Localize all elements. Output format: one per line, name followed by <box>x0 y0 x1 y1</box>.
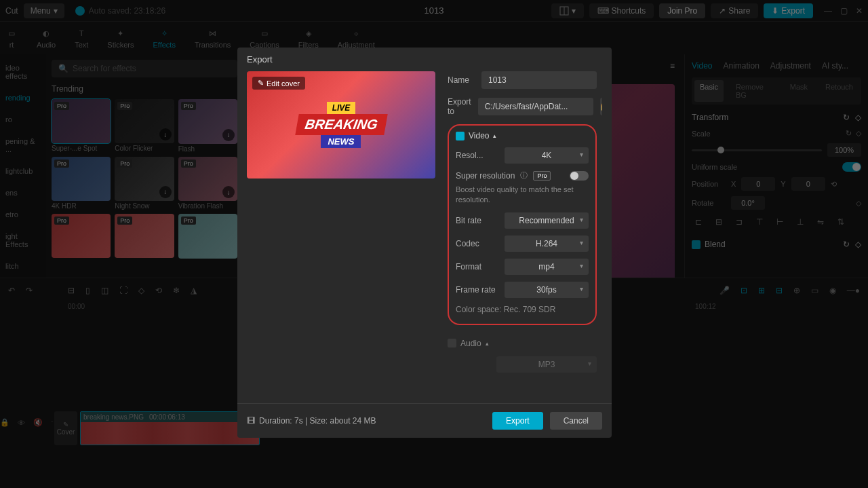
modal-body: ✎Edit cover LIVE BREAKING NEWS Name Expo… <box>237 71 612 403</box>
export-confirm-button[interactable]: Export <box>492 412 543 430</box>
pencil-icon: ✎ <box>258 79 264 88</box>
format-row: Format mp4 <box>456 259 589 275</box>
edit-cover-button[interactable]: ✎Edit cover <box>252 77 305 90</box>
folder-icon: 📁 <box>600 102 602 111</box>
edit-cover-label: Edit cover <box>267 79 300 88</box>
bitrate-select[interactable]: Recommended <box>505 212 589 229</box>
pro-badge: Pro <box>533 171 551 181</box>
super-res-toggle[interactable] <box>570 171 589 181</box>
bitrate-label: Bit rate <box>456 216 498 225</box>
film-icon: 🎞 <box>247 416 255 426</box>
format-select[interactable]: mp4 <box>505 259 589 275</box>
audio-header: Audio ▴ <box>448 339 597 348</box>
chevron-up-icon[interactable]: ▴ <box>493 132 496 139</box>
video-checkbox[interactable] <box>456 132 465 140</box>
info-icon[interactable]: ⓘ <box>520 170 528 181</box>
cover-preview[interactable]: ✎Edit cover LIVE BREAKING NEWS <box>247 71 435 179</box>
export-modal: Export ✎Edit cover LIVE BREAKING NEWS Na… <box>237 48 612 438</box>
duration-text: Duration: 7s | Size: about 24 MB <box>259 416 376 426</box>
super-res-description: Boost video quality to match the set res… <box>456 185 589 206</box>
chevron-up-icon[interactable]: ▴ <box>486 340 489 347</box>
modal-footer: 🎞 Duration: 7s | Size: about 24 MB Expor… <box>237 403 612 438</box>
duration-info: 🎞 Duration: 7s | Size: about 24 MB <box>247 416 376 426</box>
bitrate-row: Bit rate Recommended <box>456 212 589 229</box>
breaking-news-graphic: LIVE BREAKING NEWS <box>297 102 386 148</box>
framerate-label: Frame rate <box>456 285 498 295</box>
audio-format-select[interactable]: MP3 <box>496 356 597 373</box>
color-space-info: Color space: Rec. 709 SDR <box>456 305 589 314</box>
news-text: NEWS <box>321 135 361 148</box>
audio-checkbox[interactable] <box>448 339 456 348</box>
codec-select[interactable]: H.264 <box>505 236 589 252</box>
audio-format-row: MP3 <box>448 356 597 373</box>
modal-title: Export <box>237 48 612 71</box>
resolution-select[interactable]: 4K <box>505 147 589 164</box>
export-preview: ✎Edit cover LIVE BREAKING NEWS <box>247 71 435 403</box>
export-settings: Name Export to 📁 Video ▴ Resol... 4K <box>448 71 602 403</box>
breaking-text: BREAKING <box>295 114 387 135</box>
audio-label: Audio <box>460 339 481 348</box>
cancel-button[interactable]: Cancel <box>550 412 602 430</box>
video-header: Video ▴ <box>456 131 589 140</box>
live-badge: LIVE <box>327 102 356 114</box>
browse-folder-button[interactable]: 📁 <box>600 98 602 115</box>
export-to-row: Export to 📁 <box>448 97 597 116</box>
name-row: Name <box>448 71 597 89</box>
export-path-input[interactable] <box>478 98 593 115</box>
framerate-row: Frame rate 30fps <box>456 282 589 298</box>
format-label: Format <box>456 262 498 271</box>
video-settings-section: Video ▴ Resol... 4K Super resolution ⓘ P… <box>448 124 597 325</box>
codec-row: Codec H.264 <box>456 236 589 252</box>
framerate-select[interactable]: 30fps <box>505 282 589 298</box>
video-label: Video <box>469 131 489 140</box>
resolution-row: Resol... 4K <box>456 147 589 164</box>
name-input[interactable] <box>481 71 597 89</box>
name-label: Name <box>448 75 475 85</box>
codec-label: Codec <box>456 239 498 248</box>
super-resolution-row: Super resolution ⓘ Pro <box>456 170 589 181</box>
resolution-label: Resol... <box>456 151 498 160</box>
export-to-label: Export to <box>448 97 471 116</box>
super-res-label: Super resolution <box>456 171 515 181</box>
